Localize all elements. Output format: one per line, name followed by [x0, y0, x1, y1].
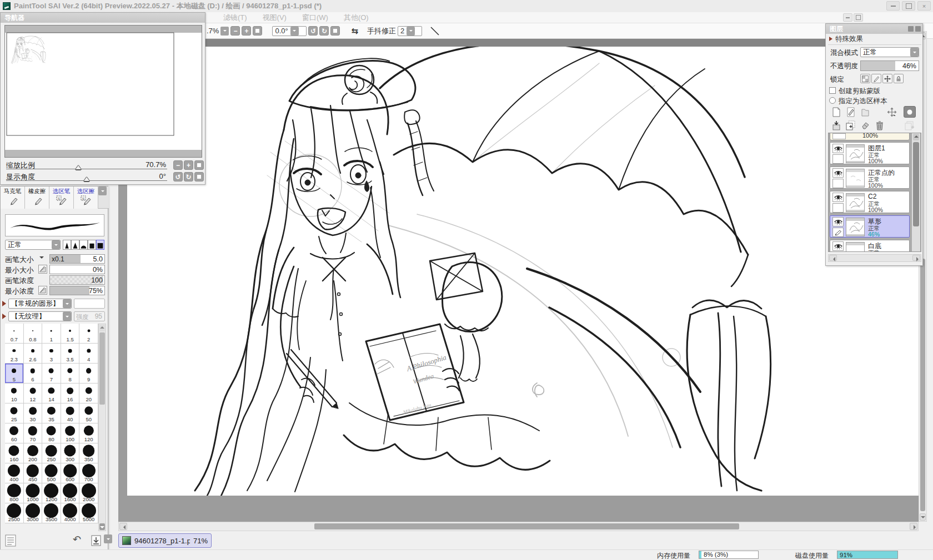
- layer-row-partial[interactable]: 100%: [830, 133, 910, 140]
- nav-rotate-ccw-button[interactable]: ↺: [173, 172, 183, 181]
- import-button[interactable]: [91, 534, 102, 548]
- lock-paint-button[interactable]: [871, 74, 881, 83]
- brush-size-3500[interactable]: 3500: [42, 503, 61, 523]
- brush-size-250[interactable]: 250: [42, 443, 61, 463]
- tool-tab-1[interactable]: 马克笔: [1, 186, 25, 209]
- lock-transparency-button[interactable]: [860, 74, 870, 83]
- brush-size-2.3[interactable]: 2.3: [5, 344, 24, 364]
- layer-row-正常点的[interactable]: 正常点的 正常 100%: [830, 167, 910, 189]
- eye-icon[interactable]: [832, 241, 844, 251]
- tool-tab-3[interactable]: 选区笔 S: [49, 186, 74, 209]
- selection-source-radio[interactable]: [829, 97, 836, 104]
- eye-icon[interactable]: [832, 217, 844, 226]
- grid-scroll-thumb[interactable]: [99, 332, 105, 405]
- close-button[interactable]: ×: [917, 1, 931, 11]
- brush-size-14[interactable]: 14: [42, 384, 61, 403]
- brush-size-2000[interactable]: 2000: [79, 483, 98, 503]
- layer-row-C2[interactable]: C2 正常 100%: [830, 191, 910, 213]
- layer-paint-slot[interactable]: [832, 203, 844, 213]
- layer-row-草形[interactable]: 草形 正常 46%: [830, 215, 910, 238]
- brush-size-0.7[interactable]: 0.7: [5, 324, 24, 344]
- brush-size-35[interactable]: 35: [42, 403, 61, 423]
- navigator-preview[interactable]: [4, 25, 202, 158]
- canvas-artwork[interactable]: [127, 47, 919, 496]
- brush-size-1.5[interactable]: 1.5: [61, 324, 80, 344]
- menu-item-2[interactable]: 视图(V): [255, 13, 294, 23]
- brush-size-30[interactable]: 30: [24, 403, 43, 423]
- layer-blend-mode-dropdown[interactable]: 正常: [860, 47, 919, 57]
- doc-restore-button[interactable]: [854, 13, 863, 22]
- menu-item-3[interactable]: 窗口(W): [294, 13, 336, 23]
- brush-size-40[interactable]: 40: [61, 403, 80, 423]
- brush-size-unit-dropdown[interactable]: [39, 256, 44, 261]
- eye-icon[interactable]: [832, 144, 844, 153]
- brush-tip-shape-1[interactable]: [63, 240, 71, 250]
- brush-size-8[interactable]: 8: [61, 364, 80, 384]
- min-size-pressure-icon[interactable]: [38, 265, 47, 274]
- brush-size-4[interactable]: 4: [79, 344, 98, 364]
- tool-tab-2[interactable]: 橡皮擦: [25, 186, 49, 209]
- brush-size-3[interactable]: 3: [42, 344, 61, 364]
- tool-tab-4[interactable]: 选区擦 S: [74, 186, 98, 209]
- brush-size-50[interactable]: 50: [79, 403, 98, 423]
- eye-icon[interactable]: [832, 193, 844, 202]
- undo-button[interactable]: ↶: [73, 533, 81, 546]
- brush-size-12[interactable]: 12: [24, 384, 43, 403]
- layer-paint-slot[interactable]: [832, 179, 844, 188]
- brush-size-1600[interactable]: 1600: [61, 483, 80, 503]
- rotate-cw-button[interactable]: ↻: [319, 26, 329, 36]
- brush-size-7[interactable]: 7: [42, 364, 61, 384]
- brush-size-20[interactable]: 20: [79, 384, 98, 403]
- brush-size-700[interactable]: 700: [79, 463, 98, 483]
- layer-row-图层1[interactable]: 图层1 正常 100%: [830, 142, 910, 164]
- clear-layer-button[interactable]: [859, 119, 871, 131]
- clipping-mask-checkbox[interactable]: [829, 87, 836, 94]
- brush-size-600[interactable]: 600: [61, 463, 80, 483]
- hscroll-right-arrow[interactable]: [910, 523, 917, 530]
- brush-size-3.5[interactable]: 3.5: [61, 344, 80, 364]
- layer-row-白底[interactable]: 白底 正常 100%: [830, 240, 910, 252]
- selection-source-row[interactable]: 指定为选区样本: [826, 96, 924, 105]
- brush-size-2.6[interactable]: 2.6: [24, 344, 43, 364]
- brush-size-9[interactable]: 9: [79, 364, 98, 384]
- new-folder-button[interactable]: [859, 106, 871, 118]
- layers-panel-button-2[interactable]: [915, 26, 921, 32]
- layer-paint-slot[interactable]: [832, 228, 844, 237]
- canvas[interactable]: [127, 47, 919, 496]
- hscroll-left-arrow[interactable]: [119, 523, 127, 530]
- brush-size-450[interactable]: 450: [24, 463, 43, 483]
- lp-hscroll-left[interactable]: [829, 255, 837, 261]
- lp-hscroll-right[interactable]: [912, 255, 920, 261]
- brush-size-1000[interactable]: 1000: [24, 483, 43, 503]
- lock-move-button[interactable]: [882, 74, 892, 83]
- brush-size-120[interactable]: 120: [79, 423, 98, 443]
- layer-list-scrollbar[interactable]: [912, 133, 920, 252]
- layer-mask-button[interactable]: [904, 106, 916, 118]
- brush-shape-preset-dropdown-button[interactable]: [63, 299, 71, 308]
- stabilizer-dropdown[interactable]: 2: [398, 26, 422, 36]
- brush-list-view-button[interactable]: [5, 534, 16, 548]
- nav-rotate-reset-button[interactable]: [194, 172, 204, 181]
- nav-zoom-slider-handle[interactable]: [76, 165, 81, 169]
- brush-tip-shape-4[interactable]: [88, 240, 96, 250]
- layer-scroll-up-arrow[interactable]: [913, 134, 919, 140]
- brush-texture-preset-dropdown-button[interactable]: [63, 312, 71, 321]
- clipping-mask-row[interactable]: 创建剪贴蒙版: [826, 86, 924, 95]
- nav-rotate-cw-button[interactable]: ↻: [184, 172, 193, 181]
- brush-tip-shape-3[interactable]: [79, 240, 88, 250]
- angle-dropdown[interactable]: 0.0°: [272, 26, 307, 36]
- brush-size-4000[interactable]: 4000: [61, 503, 80, 523]
- brush-tip-shape-2[interactable]: [71, 240, 79, 250]
- zoom-out-button[interactable]: −: [230, 26, 240, 36]
- brush-size-70[interactable]: 70: [24, 423, 43, 443]
- density-slider[interactable]: 100: [49, 275, 105, 285]
- brush-size-5[interactable]: 5: [5, 364, 24, 384]
- layer-blend-dropdown-button[interactable]: [910, 48, 919, 57]
- brush-size-1[interactable]: 1: [42, 324, 61, 344]
- nav-zoom-out-button[interactable]: −: [173, 160, 183, 170]
- eye-icon[interactable]: [832, 168, 844, 178]
- brush-size-slider[interactable]: x0.1 5.0: [49, 254, 105, 264]
- brush-size-5000[interactable]: 5000: [79, 503, 98, 523]
- brush-size-16[interactable]: 16: [61, 384, 80, 403]
- brush-size-100[interactable]: 100: [61, 423, 80, 443]
